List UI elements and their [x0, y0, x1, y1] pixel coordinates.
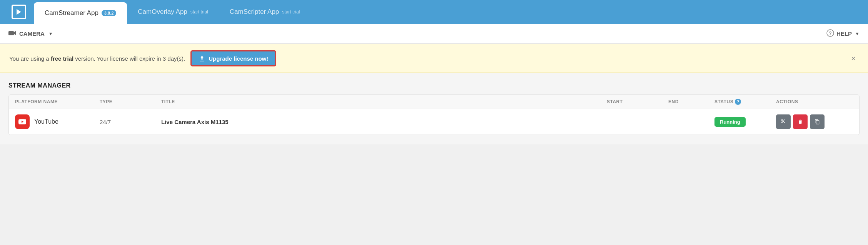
help-button[interactable]: ? HELP ▼: [826, 29, 860, 38]
help-chevron-icon: ▼: [855, 31, 860, 36]
upgrade-label: Upgrade license now!: [209, 55, 268, 62]
tab-camscripter-trial: start trial: [282, 9, 300, 15]
tab-camoverlay-label: CamOverlay App: [138, 8, 187, 16]
camera-label: CAMERA: [19, 30, 45, 37]
banner-bold: free trial: [51, 55, 73, 62]
table-row: YouTube 24/7 Live Camera Axis M1135 Runn…: [9, 109, 859, 135]
banner-close-button[interactable]: ×: [848, 54, 859, 63]
banner-left: You are using a free trial version. Your…: [9, 50, 276, 66]
scissors-button[interactable]: [776, 114, 791, 129]
svg-rect-1: [8, 31, 14, 35]
help-circle-icon: ?: [826, 29, 834, 38]
stream-table: PLATFORM NAME TYPE TITLE START END STATU…: [8, 94, 860, 135]
stream-actions: [776, 114, 853, 129]
svg-marker-2: [14, 31, 16, 35]
secondary-nav: CAMERA ▼ ? HELP ▼: [0, 24, 868, 44]
svg-marker-0: [17, 9, 21, 15]
tab-camstreamer-label: CamStreamer App: [45, 9, 98, 17]
delete-button[interactable]: [793, 114, 808, 129]
tab-camstreamer-badge: 3.8.2: [102, 10, 116, 16]
platform-name: YouTube: [34, 118, 58, 125]
col-title: TITLE: [161, 99, 607, 105]
col-status: STATUS ?: [714, 99, 776, 105]
col-end: END: [668, 99, 714, 105]
copy-icon: [815, 119, 820, 125]
running-badge: Running: [714, 117, 746, 127]
camera-selector[interactable]: CAMERA ▼: [8, 30, 53, 38]
trial-banner: You are using a free trial version. Your…: [0, 44, 868, 73]
chevron-down-icon: ▼: [48, 31, 53, 36]
col-actions: ACTIONS: [776, 99, 853, 105]
camera-icon: [8, 30, 16, 38]
col-start: START: [607, 99, 668, 105]
col-type: TYPE: [100, 99, 161, 105]
tab-camoverlay-trial: start trial: [190, 9, 208, 15]
top-navigation: CamStreamer App 3.8.2 CamOverlay App sta…: [0, 0, 868, 24]
status-info-icon[interactable]: ?: [735, 99, 741, 105]
svg-text:?: ?: [829, 31, 831, 36]
logo-icon: [12, 5, 26, 19]
copy-button[interactable]: [810, 114, 825, 129]
upgrade-icon: [199, 55, 205, 62]
tab-camscripter-label: CamScripter App: [230, 8, 279, 16]
scissors-icon: [780, 119, 786, 125]
stream-manager-title: STREAM MANAGER: [8, 82, 860, 89]
upgrade-license-button[interactable]: Upgrade license now!: [190, 50, 276, 66]
tab-camstreamer[interactable]: CamStreamer App 3.8.2: [34, 2, 127, 24]
trash-icon: [798, 119, 803, 125]
tab-camscripter[interactable]: CamScripter App start trial: [219, 0, 311, 24]
close-icon: ×: [851, 54, 856, 63]
stream-status: Running: [714, 117, 776, 127]
tabs-container: CamStreamer App 3.8.2 CamOverlay App sta…: [34, 0, 868, 24]
app-logo[interactable]: [4, 0, 34, 24]
youtube-icon: [15, 114, 30, 129]
table-header: PLATFORM NAME TYPE TITLE START END STATU…: [9, 95, 859, 109]
help-label: HELP: [836, 30, 852, 37]
stream-title: Live Camera Axis M1135: [161, 119, 607, 125]
tab-camoverlay[interactable]: CamOverlay App start trial: [127, 0, 219, 24]
col-platform-name: PLATFORM NAME: [15, 99, 100, 105]
platform-cell: YouTube: [15, 114, 100, 129]
banner-message: You are using a free trial version. Your…: [9, 55, 185, 62]
stream-type: 24/7: [100, 119, 161, 125]
main-content: STREAM MANAGER PLATFORM NAME TYPE TITLE …: [0, 73, 868, 144]
